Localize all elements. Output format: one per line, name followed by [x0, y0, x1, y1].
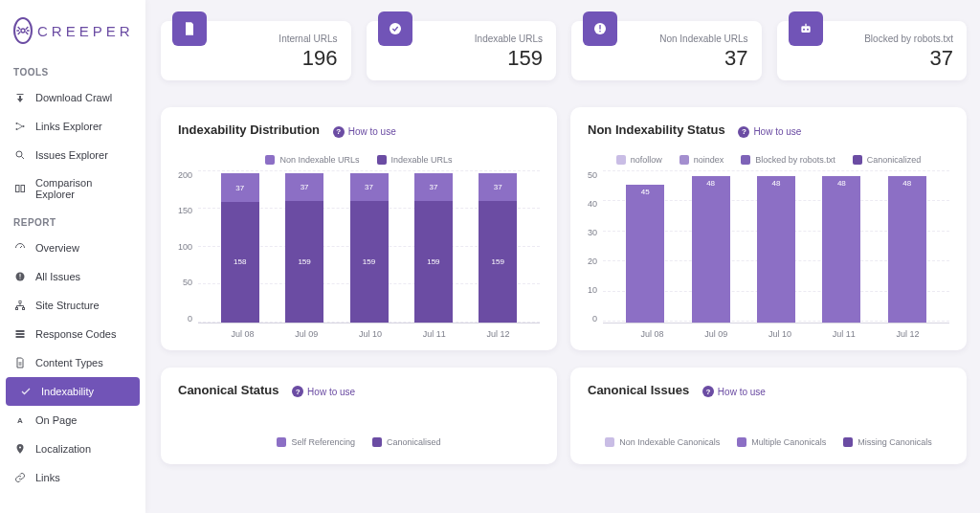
sidebar-item-label: Localization — [35, 443, 91, 455]
kpi-value: 159 — [475, 46, 543, 71]
sidebar-item-overview[interactable]: Overview — [0, 234, 145, 262]
gauge-icon — [13, 241, 27, 255]
svg-rect-11 — [16, 308, 18, 310]
sidebar-section-label: REPORT — [0, 208, 145, 234]
search-icon — [13, 148, 27, 162]
robot-icon — [789, 11, 823, 46]
kpi-card[interactable]: Blocked by robots.txt37 — [777, 21, 968, 80]
compare-icon — [13, 182, 27, 195]
chart-bar: 48 — [757, 170, 795, 323]
svg-point-1 — [16, 123, 18, 124]
legend-item: Multiple Canonicals — [737, 437, 826, 447]
svg-rect-15 — [16, 336, 25, 338]
svg-point-22 — [803, 29, 805, 31]
chart-plot: 3715837159371593715937159 — [198, 170, 540, 323]
chart-plot: 4548484848 — [603, 170, 949, 323]
chart-legend: Self ReferencingCanonicalised — [178, 437, 540, 447]
sidebar-item-comparison-explorer[interactable]: Comparison Explorer — [0, 169, 145, 208]
question-icon: ? — [738, 126, 749, 138]
panel-title: Indexability Distribution — [178, 123, 320, 137]
legend-swatch — [372, 437, 382, 447]
how-to-use-link[interactable]: ?How to use — [333, 126, 396, 138]
legend-swatch — [277, 437, 286, 447]
svg-text:A: A — [17, 416, 23, 425]
chart-bar: 48 — [822, 170, 860, 323]
kpi-card[interactable]: Internal URLs196 — [161, 21, 351, 80]
sidebar: CREEPER TOOLSDownload CrawlLinks Explore… — [0, 0, 145, 513]
svg-rect-13 — [16, 330, 25, 332]
link-icon — [13, 471, 27, 484]
sidebar-item-indexability[interactable]: Indexability — [6, 377, 140, 406]
sidebar-item-on-page[interactable]: AOn Page — [0, 406, 145, 435]
sidebar-item-label: Download Crawl — [35, 92, 112, 103]
sidebar-item-response-codes[interactable]: Response Codes — [0, 320, 145, 348]
sidebar-item-site-structure[interactable]: Site Structure — [0, 291, 145, 320]
chart-bar: 37159 — [285, 170, 323, 323]
kpi-card[interactable]: Indexable URLs159 — [367, 21, 557, 80]
kpi-label: Non Indexable URLs — [659, 33, 747, 44]
svg-rect-5 — [16, 186, 20, 192]
sidebar-item-all-issues[interactable]: All Issues — [0, 262, 145, 291]
svg-point-4 — [16, 151, 22, 157]
kpi-row: Internal URLs196Indexable URLs159Non Ind… — [161, 21, 967, 80]
chart-bar: 37159 — [414, 170, 453, 323]
legend-item: noindex — [679, 155, 724, 165]
how-to-use-link[interactable]: ?How to use — [702, 386, 766, 397]
legend-swatch — [737, 437, 746, 447]
sidebar-item-links[interactable]: Links — [0, 463, 145, 492]
kpi-card[interactable]: Non Indexable URLs37 — [571, 21, 762, 80]
legend-item: Self Referencing — [277, 437, 355, 447]
download-icon — [13, 91, 27, 104]
how-to-use-link[interactable]: ?How to use — [738, 126, 801, 138]
sidebar-item-issues-explorer[interactable]: Issues Explorer — [0, 141, 145, 169]
panel-title: Non Indexability Status — [588, 123, 725, 137]
sidebar-item-localization[interactable]: Localization — [0, 435, 145, 463]
svg-rect-21 — [801, 26, 810, 33]
legend-item: Canonicalized — [853, 155, 922, 165]
panel-title: Canonical Issues — [588, 383, 689, 397]
panel-indexability-distribution: Indexability Distribution ?How to use No… — [161, 107, 557, 350]
sidebar-item-download-crawl[interactable]: Download Crawl — [0, 83, 145, 112]
svg-rect-14 — [16, 333, 25, 335]
legend-item: Missing Canonicals — [843, 437, 932, 447]
kpi-value: 37 — [659, 46, 747, 71]
sidebar-item-label: Links Explorer — [35, 121, 102, 132]
chart-legend: Non Indexable CanonicalsMultiple Canonic… — [588, 437, 949, 447]
sidebar-item-label: Site Structure — [35, 300, 100, 311]
svg-rect-8 — [20, 274, 21, 278]
sidebar-item-label: All Issues — [35, 271, 80, 282]
legend-swatch — [843, 437, 853, 447]
check-icon — [19, 385, 33, 398]
sidebar-item-links-explorer[interactable]: Links Explorer — [0, 112, 145, 141]
tree-icon — [13, 299, 27, 312]
svg-point-0 — [21, 29, 25, 33]
chart-legend: nofollownoindexBlocked by robots.txtCano… — [588, 155, 949, 165]
panel-non-indexability-status: Non Indexability Status ?How to use nofo… — [570, 107, 967, 350]
sidebar-item-content-types[interactable]: Content Types — [0, 348, 145, 377]
page-icon — [172, 11, 207, 46]
svg-rect-9 — [20, 279, 21, 279]
chart-legend: Non Indexable URLsIndexable URLs — [178, 155, 540, 165]
legend-item: Blocked by robots.txt — [741, 155, 835, 165]
codes-icon — [13, 327, 27, 341]
legend-swatch — [616, 155, 626, 165]
how-to-use-link[interactable]: ?How to use — [292, 386, 355, 397]
main-content: Internal URLs196Indexable URLs159Non Ind… — [145, 0, 980, 513]
legend-swatch — [265, 155, 275, 165]
chart-y-axis: 50403020100 — [588, 170, 603, 323]
kpi-value: 196 — [278, 46, 337, 71]
warn-icon — [13, 270, 27, 283]
chart-bar: 48 — [888, 170, 926, 323]
svg-point-3 — [23, 125, 25, 127]
sidebar-item-label: Response Codes — [35, 328, 116, 340]
sidebar-section-label: TOOLS — [0, 57, 145, 83]
legend-item: Indexable URLs — [377, 155, 453, 165]
chart-bar: 37159 — [350, 170, 389, 323]
legend-swatch — [853, 155, 862, 165]
kpi-label: Internal URLs — [278, 33, 337, 44]
links-icon — [13, 120, 27, 133]
doc-icon — [13, 356, 27, 369]
legend-swatch — [741, 155, 750, 165]
sidebar-item-label: On Page — [35, 414, 77, 426]
chart-bar: 37158 — [221, 170, 259, 323]
